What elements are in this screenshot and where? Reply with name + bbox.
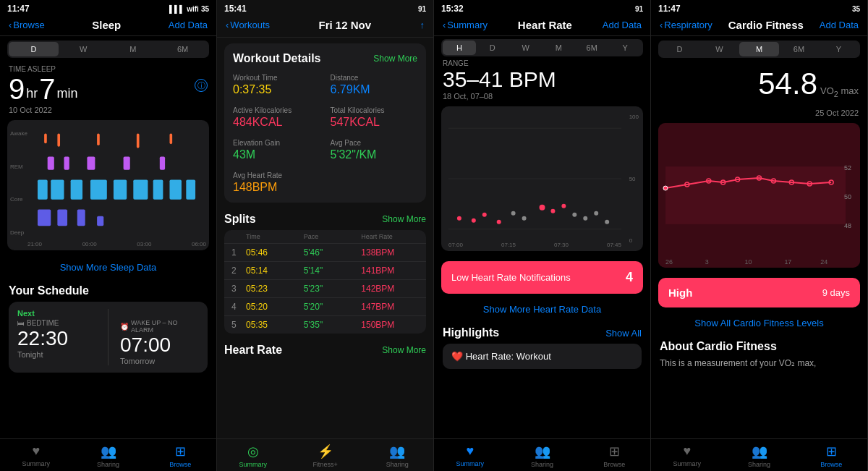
workout-tab-summary[interactable]: ◎ Summary xyxy=(217,444,289,468)
min-unit: min xyxy=(57,86,78,101)
hr-tab-summary[interactable]: ♥ Summary xyxy=(434,444,506,468)
hr-seg-6m[interactable]: 6M xyxy=(575,41,608,55)
status-icons-1: ▌▌▌ wifi 35 xyxy=(169,5,209,13)
show-all-link[interactable]: Show All xyxy=(605,328,642,339)
add-data-button-1[interactable]: Add Data xyxy=(169,20,208,30)
svg-point-36 xyxy=(583,216,587,221)
wake-when: Tomorrow xyxy=(120,357,199,365)
schedule-card: Next 🛏 BEDTIME 22:30 Tonight ⏰ WAKE UP –… xyxy=(9,302,208,373)
cardio-title: Cardio Fitness xyxy=(728,19,804,31)
battery-2: 91 xyxy=(418,5,426,13)
cardio-seg-d[interactable]: D xyxy=(660,42,699,56)
show-all-cardio[interactable]: Show All Cardio Fitness Levels xyxy=(651,312,867,334)
cardio-tab-sharing[interactable]: 👥 Sharing xyxy=(723,444,796,468)
details-grid: Workout Time 0:37:35 Distance 6.79KM Act… xyxy=(233,74,417,194)
svg-rect-2 xyxy=(97,134,100,145)
workout-hr-show-more[interactable]: Show More xyxy=(382,345,426,355)
seg-6m-1[interactable]: 6M xyxy=(158,42,208,56)
hr-seg-d[interactable]: D xyxy=(476,41,509,55)
heart-rate-panel: 15:32 91 ‹ Summary Heart Rate Add Data H… xyxy=(434,0,651,471)
respiratory-back[interactable]: ‹ Respiratory xyxy=(660,20,712,30)
cardio-vo2-unit: VO2 max xyxy=(820,85,859,98)
cardio-segment: D W M 6M Y xyxy=(658,41,860,58)
highlights-card: ❤️ Heart Rate: Workout xyxy=(443,344,642,369)
workout-time-value: 0:37:35 xyxy=(233,83,320,96)
split-row-5: 5 05:35 5'35" 150BPM xyxy=(224,316,426,334)
schedule-title: Your Schedule xyxy=(9,284,208,297)
hr-tab-sharing[interactable]: 👥 Sharing xyxy=(506,444,579,468)
avg-hr-label: Avg Heart Rate xyxy=(233,171,417,179)
seg-w-1[interactable]: W xyxy=(59,42,109,56)
tab-browse-1[interactable]: ⊞ Browse xyxy=(144,444,216,468)
about-section: About Cardio Fitness This is a measureme… xyxy=(651,334,867,375)
share-button[interactable]: ↑ xyxy=(420,20,425,30)
add-data-hr[interactable]: Add Data xyxy=(603,20,642,30)
svg-text:52: 52 xyxy=(844,164,851,171)
svg-rect-18 xyxy=(186,179,195,199)
hr-tab-browse[interactable]: ⊞ Browse xyxy=(578,444,650,468)
workout-tab-sharing[interactable]: 👥 Sharing xyxy=(361,444,433,468)
hr-seg-m[interactable]: M xyxy=(542,41,575,55)
heart-tab-icon: ♥ xyxy=(32,444,40,459)
next-label: Next xyxy=(17,309,96,318)
svg-rect-7 xyxy=(87,157,95,170)
svg-point-26 xyxy=(457,216,461,221)
tab-summary-1[interactable]: ♥ Summary xyxy=(0,444,72,468)
svg-rect-9 xyxy=(160,157,165,170)
range-value: 35–41 BPM xyxy=(434,67,650,92)
split-1-hr: 138BPM xyxy=(361,247,419,258)
svg-rect-15 xyxy=(133,179,148,199)
workouts-back[interactable]: ‹ Workouts xyxy=(226,20,270,30)
workout-nav: ‹ Workouts Fri 12 Nov ↑ xyxy=(217,16,433,38)
hr-seg-h[interactable]: H xyxy=(443,41,476,55)
wake-col: ⏰ WAKE UP – NO ALARM 07:00 Tomorrow xyxy=(120,309,199,365)
cardio-tab-browse[interactable]: ⊞ Browse xyxy=(795,444,867,468)
cardio-seg-y[interactable]: Y xyxy=(819,42,859,56)
high-card[interactable]: High 9 days xyxy=(658,278,860,307)
hr-chart: 100 50 0 07:00 07:15 07:30 07:45 xyxy=(441,106,643,251)
deep-label: Deep xyxy=(10,229,27,236)
cardio-seg-m[interactable]: M xyxy=(739,42,779,56)
summary-back[interactable]: ‹ Summary xyxy=(443,20,488,30)
workout-show-more[interactable]: Show More xyxy=(373,54,417,64)
hr-seg-y[interactable]: Y xyxy=(608,41,642,55)
tab-browse-label-1: Browse xyxy=(169,461,191,468)
svg-rect-11 xyxy=(51,179,64,199)
status-bar-4: 11:47 35 xyxy=(651,0,867,16)
add-data-cardio[interactable]: Add Data xyxy=(820,20,859,30)
sleep-hours: 9 xyxy=(9,73,25,106)
svg-rect-8 xyxy=(124,157,130,170)
browse-back-button[interactable]: ‹ Browse xyxy=(9,20,45,30)
svg-text:50: 50 xyxy=(844,193,851,200)
cardio-seg-6m[interactable]: 6M xyxy=(779,42,819,56)
show-more-sleep[interactable]: Show More Sleep Data xyxy=(0,256,216,279)
info-icon-1[interactable]: ⓘ xyxy=(195,79,208,92)
show-more-hr[interactable]: Show More Heart Rate Data xyxy=(434,298,650,321)
bedtime-time: 22:30 xyxy=(17,327,96,350)
wake-label: ⏰ WAKE UP – NO ALARM xyxy=(120,319,199,334)
summary-label-2: Summary xyxy=(239,461,268,468)
seg-d-1[interactable]: D xyxy=(9,42,59,56)
svg-point-41 xyxy=(663,186,668,190)
tab-sharing-1[interactable]: 👥 Sharing xyxy=(72,444,145,468)
svg-rect-1 xyxy=(57,134,60,147)
avg-hr-value: 148BPM xyxy=(233,181,417,194)
tab-sharing-label-1: Sharing xyxy=(97,461,119,468)
splits-show-more[interactable]: Show More xyxy=(382,214,426,224)
workout-tab-fitness[interactable]: ⚡ Fitness+ xyxy=(289,444,362,468)
hr-seg-w[interactable]: W xyxy=(509,41,542,55)
low-hr-notification[interactable]: Low Heart Rate Notifications 4 xyxy=(441,261,643,294)
svg-rect-3 xyxy=(137,134,140,148)
total-kcal-value: 547KCAL xyxy=(331,116,418,129)
hr-section-header: Heart Rate Show More xyxy=(217,339,433,361)
cardio-seg-w[interactable]: W xyxy=(699,42,739,56)
about-text: This is a measurement of your VO₂ max, xyxy=(660,357,859,370)
split-row-1: 1 05:46 5'46" 138BPM xyxy=(224,244,426,262)
avg-pace-label: Avg Pace xyxy=(331,139,418,147)
status-bar-1: 11:47 ▌▌▌ wifi 35 xyxy=(0,0,216,16)
sleep-chart: Awake REM Core Deep xyxy=(7,120,209,250)
seg-m-1[interactable]: M xyxy=(109,42,158,56)
high-days: 9 days xyxy=(822,287,850,298)
time-2: 15:41 xyxy=(224,4,247,14)
cardio-tab-summary[interactable]: ♥ Summary xyxy=(651,444,723,468)
